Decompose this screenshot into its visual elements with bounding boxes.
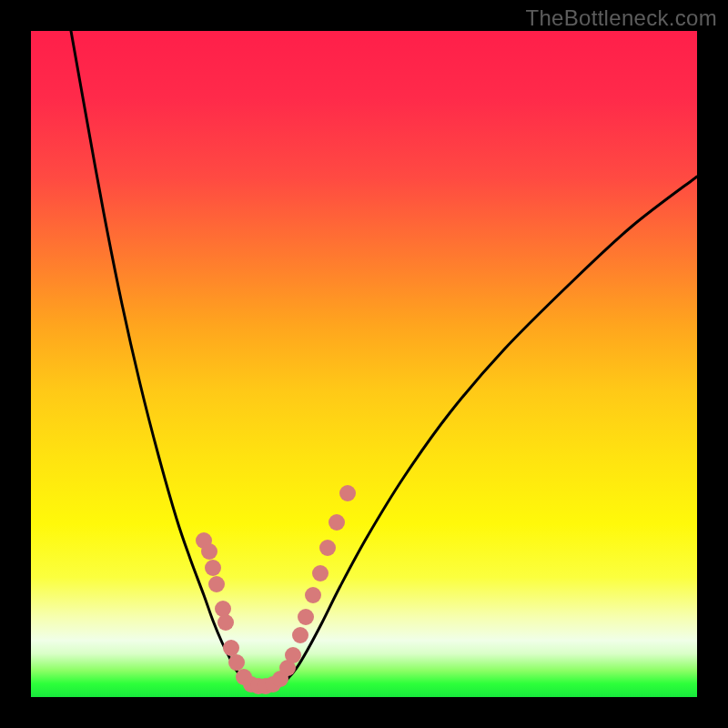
marker-dot (329, 514, 345, 531)
marker-dot (208, 576, 225, 592)
marker-dot (223, 640, 239, 656)
watermark-text: TheBottleneck.com (525, 5, 717, 31)
bottleneck-curve (71, 31, 697, 687)
chart-frame: TheBottleneck.com (0, 0, 728, 728)
markers-group (196, 485, 356, 694)
marker-dot (305, 587, 321, 603)
curve-layer (31, 31, 697, 697)
marker-dot (205, 560, 221, 576)
marker-dot (312, 565, 329, 581)
marker-dot (298, 609, 314, 625)
plot-area (31, 31, 697, 697)
marker-dot (217, 614, 234, 631)
marker-dot (292, 627, 308, 643)
marker-dot (319, 540, 336, 556)
series-group (71, 31, 697, 687)
marker-dot (339, 485, 356, 501)
marker-dot (285, 647, 301, 663)
marker-dot (201, 543, 217, 560)
marker-dot (228, 654, 245, 671)
marker-dot (215, 601, 231, 617)
